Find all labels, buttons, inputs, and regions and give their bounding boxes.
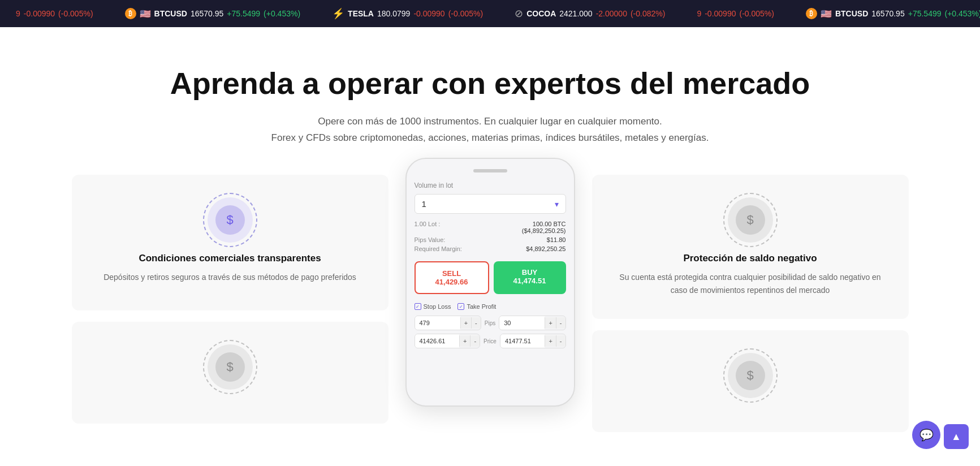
stop-loss-checkbox[interactable]: ✓ bbox=[415, 303, 421, 310]
volume-label: Volume in lot bbox=[415, 182, 566, 189]
tp-price-plus-btn[interactable]: + bbox=[545, 335, 555, 347]
ticker-name-btc: BTCUSD bbox=[154, 9, 187, 18]
bitcoin-icon: ₿ bbox=[125, 8, 136, 19]
tp-input-group: 30 + - bbox=[499, 316, 565, 330]
ticker-price: 9 bbox=[16, 9, 20, 18]
ticker-name-btc2: BTCUSD bbox=[835, 9, 868, 18]
card-icon-wrapper-transparent: $ bbox=[208, 197, 253, 243]
sell-label: SELL bbox=[419, 269, 485, 278]
checkbox-row: ✓ Stop Loss ✓ Take Profit bbox=[415, 303, 566, 310]
dollar-icon-grey-right: $ bbox=[736, 205, 765, 235]
ticker-item: 9 -0.00990 (-0.005%) bbox=[0, 9, 109, 18]
phone-container: Volume in lot 1 ▾ 1.00 Lot : 100.00 BTC … bbox=[405, 158, 575, 407]
sl-plus-btn[interactable]: + bbox=[460, 317, 471, 329]
feature-cards-left: $ Condiciones comerciales transparentes … bbox=[72, 175, 388, 424]
ticker-price-cocoa: 2421.000 bbox=[559, 9, 592, 18]
ticker-price-btc2: 16570.95 bbox=[871, 9, 904, 18]
chat-icon: 💬 bbox=[919, 428, 934, 442]
price-label: Price bbox=[483, 338, 497, 344]
flag-icon: 🇺🇸 bbox=[140, 8, 151, 19]
ticker-change-pct-btc2: (+0.453%) bbox=[945, 9, 981, 18]
price-input-row: 41426.61 + - Price 41477.51 + - bbox=[415, 334, 566, 348]
hero-subtitle-line1: Opere con más de 1000 instrumentos. En c… bbox=[318, 116, 662, 127]
feature-card-right-2: $ bbox=[592, 330, 909, 432]
ticker-content: 9 -0.00990 (-0.005%) ₿ 🇺🇸 BTCUSD 16570.9… bbox=[0, 7, 980, 20]
hero-section: Aprenda a operar con expertos del mercad… bbox=[0, 27, 980, 163]
sl-input-group: 479 + - bbox=[415, 316, 481, 330]
tp-minus-btn[interactable]: - bbox=[556, 317, 565, 329]
card-title-transparent: Condiciones comerciales transparentes bbox=[139, 253, 321, 264]
tp-price-minus-btn[interactable]: - bbox=[556, 335, 565, 347]
hero-title: Aprenda a operar con expertos del mercad… bbox=[11, 67, 969, 100]
pips-row: Pips Value: $11.80 bbox=[415, 236, 566, 243]
hero-subtitle: Opere con más de 1000 instrumentos. En c… bbox=[11, 114, 969, 146]
buy-button[interactable]: BUY 41,474.51 bbox=[494, 261, 566, 294]
take-profit-label: Take Profit bbox=[467, 303, 496, 310]
sl-value: 479 bbox=[415, 316, 460, 330]
lot-value: 100.00 BTC ($4,892,250.25) bbox=[522, 221, 566, 234]
card-desc-transparent: Depósitos y retiros seguros a través de … bbox=[103, 271, 356, 283]
sell-price: 41,429.66 bbox=[419, 278, 485, 286]
ticker-bar: 9 -0.00990 (-0.005%) ₿ 🇺🇸 BTCUSD 16570.9… bbox=[0, 0, 980, 27]
ticker-change-pct-tesla: (-0.005%) bbox=[448, 9, 483, 18]
sl-price-group: 41426.61 + - bbox=[415, 334, 481, 348]
pips-word: Pips bbox=[485, 320, 495, 326]
stop-loss-check[interactable]: ✓ Stop Loss bbox=[415, 303, 451, 310]
chevron-up-icon: ▲ bbox=[951, 431, 961, 443]
margin-value: $4,892,250.25 bbox=[526, 245, 565, 252]
tp-price-group: 41477.51 + - bbox=[500, 334, 566, 348]
card-icon-wrapper-negative: $ bbox=[728, 197, 773, 243]
chevron-down-icon: ▾ bbox=[555, 200, 559, 209]
ticker-change-pct: (-0.005%) bbox=[58, 9, 93, 18]
ticker-change-pct: (-0.005%) bbox=[739, 9, 774, 18]
volume-select[interactable]: 1 ▾ bbox=[415, 194, 566, 214]
volume-value: 1 bbox=[422, 199, 426, 209]
buy-price: 41,474.51 bbox=[497, 277, 563, 285]
buy-label: BUY bbox=[497, 268, 563, 277]
ticker-item-tesla: ⚡ TESLA 180.0799 -0.00990 (-0.005%) bbox=[316, 7, 499, 20]
card-title-negative: Protección de saldo negativo bbox=[683, 253, 817, 264]
margin-row: Required Margin: $4,892,250.25 bbox=[415, 245, 566, 252]
lot-label: 1.00 Lot : bbox=[415, 221, 441, 234]
ticker-change-btc2: +75.5499 bbox=[908, 9, 942, 18]
ticker-change-btc: +75.5499 bbox=[227, 9, 260, 18]
flag-icon2: 🇺🇸 bbox=[821, 8, 832, 19]
trade-buttons: SELL 41,429.66 BUY 41,474.51 bbox=[415, 261, 566, 294]
sl-price: 41426.61 bbox=[415, 334, 460, 348]
pips-label: Pips Value: bbox=[415, 236, 446, 243]
bitcoin-icon2: ₿ bbox=[806, 8, 817, 19]
ticker-change-cocoa: -2.00000 bbox=[596, 9, 627, 18]
margin-label: Required Margin: bbox=[415, 245, 462, 252]
ticker-item-cocoa: ⊘ COCOA 2421.000 -2.00000 (-0.082%) bbox=[499, 7, 681, 20]
cocoa-icon: ⊘ bbox=[515, 7, 523, 20]
tesla-icon: ⚡ bbox=[332, 7, 344, 20]
pips-value: $11.80 bbox=[547, 236, 566, 243]
feature-card-transparent: $ Condiciones comerciales transparentes … bbox=[72, 175, 388, 310]
ticker-change: -0.00990 bbox=[24, 9, 55, 18]
card-icon-wrapper-right-2: $ bbox=[728, 353, 773, 398]
ticker-change-pct-btc: (+0.453%) bbox=[264, 9, 300, 18]
card-icon-wrapper-left-2: $ bbox=[208, 344, 253, 390]
feature-cards-right: $ Protección de saldo negativo Su cuenta… bbox=[592, 175, 909, 432]
ticker-name-cocoa: COCOA bbox=[526, 9, 556, 18]
scroll-top-button[interactable]: ▲ bbox=[944, 424, 969, 443]
ticker-change: -0.00990 bbox=[705, 9, 736, 18]
sl-price-plus-btn[interactable]: + bbox=[459, 335, 470, 347]
ticker-change-pct-cocoa: (-0.082%) bbox=[631, 9, 665, 18]
tp-value: 30 bbox=[499, 316, 545, 330]
ticker-change-tesla: -0.00990 bbox=[413, 9, 444, 18]
sell-button[interactable]: SELL 41,429.66 bbox=[415, 261, 489, 294]
feature-card-negative-balance: $ Protección de saldo negativo Su cuenta… bbox=[592, 175, 909, 319]
sl-price-minus-btn[interactable]: - bbox=[470, 335, 480, 347]
card-desc-negative: Su cuenta está protegida contra cualquie… bbox=[612, 271, 888, 296]
sl-minus-btn[interactable]: - bbox=[471, 317, 481, 329]
take-profit-checkbox[interactable]: ✓ bbox=[457, 303, 464, 310]
feature-card-left-2: $ bbox=[72, 322, 388, 424]
tp-plus-btn[interactable]: + bbox=[545, 317, 555, 329]
ticker-item-btc2: ₿ 🇺🇸 BTCUSD 16570.95 +75.5499 (+0.453%) bbox=[790, 8, 980, 19]
tp-price: 41477.51 bbox=[500, 334, 545, 348]
lot-row: 1.00 Lot : 100.00 BTC ($4,892,250.25) bbox=[415, 221, 566, 234]
phone-notch bbox=[473, 169, 507, 172]
dollar-icon: $ bbox=[215, 205, 245, 235]
take-profit-check[interactable]: ✓ Take Profit bbox=[457, 303, 496, 310]
